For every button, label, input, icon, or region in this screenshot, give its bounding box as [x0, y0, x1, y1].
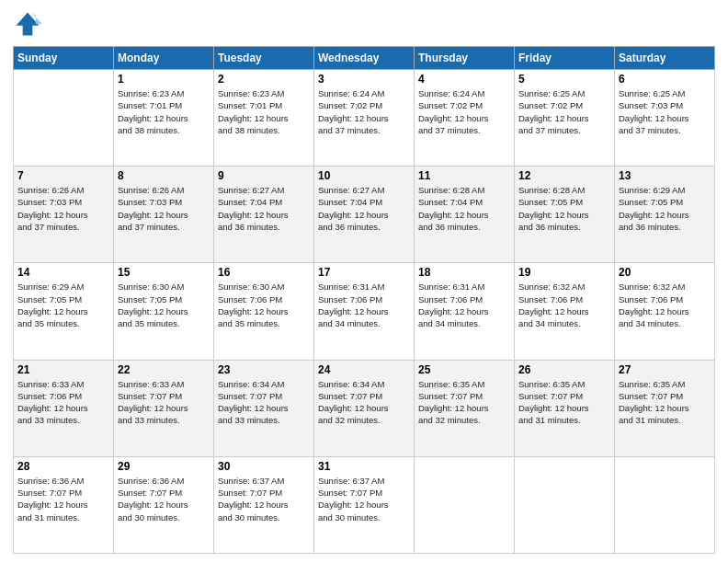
calendar-header-monday: Monday	[114, 47, 214, 70]
calendar-cell: 7Sunrise: 6:26 AMSunset: 7:03 PMDaylight…	[14, 167, 114, 263]
day-info: Sunrise: 6:29 AMSunset: 7:05 PMDaylight:…	[619, 184, 711, 233]
day-info: Sunrise: 6:31 AMSunset: 7:06 PMDaylight:…	[418, 281, 510, 329]
calendar-cell	[615, 456, 715, 553]
day-number: 4	[418, 73, 510, 86]
day-info: Sunrise: 6:34 AMSunset: 7:07 PMDaylight:…	[318, 378, 410, 427]
day-number: 14	[17, 266, 109, 279]
calendar-week-row: 21Sunrise: 6:33 AMSunset: 7:06 PMDayligh…	[14, 360, 715, 456]
day-number: 6	[619, 73, 711, 86]
calendar-cell: 28Sunrise: 6:36 AMSunset: 7:07 PMDayligh…	[14, 456, 114, 553]
calendar-cell: 15Sunrise: 6:30 AMSunset: 7:05 PMDayligh…	[114, 263, 214, 360]
day-number: 5	[518, 73, 610, 86]
day-number: 15	[118, 266, 210, 279]
calendar-header-thursday: Thursday	[415, 47, 515, 70]
day-info: Sunrise: 6:26 AMSunset: 7:03 PMDaylight:…	[17, 184, 109, 233]
day-info: Sunrise: 6:30 AMSunset: 7:06 PMDaylight:…	[218, 281, 310, 329]
calendar-cell	[14, 70, 114, 167]
calendar-header-tuesday: Tuesday	[214, 47, 314, 70]
logo-icon	[13, 9, 42, 39]
day-info: Sunrise: 6:24 AMSunset: 7:02 PMDaylight:…	[318, 87, 410, 136]
calendar-week-row: 7Sunrise: 6:26 AMSunset: 7:03 PMDaylight…	[14, 167, 715, 263]
calendar-cell: 8Sunrise: 6:26 AMSunset: 7:03 PMDaylight…	[114, 167, 214, 263]
calendar-cell: 22Sunrise: 6:33 AMSunset: 7:07 PMDayligh…	[114, 360, 214, 456]
calendar-cell: 30Sunrise: 6:37 AMSunset: 7:07 PMDayligh…	[214, 456, 314, 553]
day-info: Sunrise: 6:36 AMSunset: 7:07 PMDaylight:…	[118, 475, 210, 523]
day-info: Sunrise: 6:33 AMSunset: 7:07 PMDaylight:…	[118, 378, 210, 427]
calendar-cell: 31Sunrise: 6:37 AMSunset: 7:07 PMDayligh…	[314, 456, 415, 553]
calendar-cell: 9Sunrise: 6:27 AMSunset: 7:04 PMDaylight…	[214, 167, 314, 263]
calendar-cell: 12Sunrise: 6:28 AMSunset: 7:05 PMDayligh…	[515, 167, 615, 263]
page: SundayMondayTuesdayWednesdayThursdayFrid…	[0, 0, 728, 563]
day-number: 31	[318, 460, 410, 473]
day-number: 24	[318, 363, 410, 376]
day-number: 7	[17, 169, 109, 182]
calendar-cell	[415, 456, 515, 553]
calendar-cell: 24Sunrise: 6:34 AMSunset: 7:07 PMDayligh…	[314, 360, 415, 456]
day-info: Sunrise: 6:34 AMSunset: 7:07 PMDaylight:…	[218, 378, 310, 427]
day-number: 20	[619, 266, 711, 279]
header	[13, 9, 715, 39]
day-info: Sunrise: 6:36 AMSunset: 7:07 PMDaylight:…	[17, 475, 109, 523]
calendar-cell: 1Sunrise: 6:23 AMSunset: 7:01 PMDaylight…	[114, 70, 214, 167]
day-info: Sunrise: 6:33 AMSunset: 7:06 PMDaylight:…	[17, 378, 109, 427]
calendar-header-saturday: Saturday	[615, 47, 715, 70]
calendar-cell: 4Sunrise: 6:24 AMSunset: 7:02 PMDaylight…	[415, 70, 515, 167]
day-info: Sunrise: 6:23 AMSunset: 7:01 PMDaylight:…	[118, 87, 210, 136]
calendar-week-row: 14Sunrise: 6:29 AMSunset: 7:05 PMDayligh…	[14, 263, 715, 360]
day-number: 8	[118, 169, 210, 182]
calendar-cell: 14Sunrise: 6:29 AMSunset: 7:05 PMDayligh…	[14, 263, 114, 360]
day-info: Sunrise: 6:24 AMSunset: 7:02 PMDaylight:…	[418, 87, 510, 136]
day-number: 16	[218, 266, 310, 279]
calendar-header-wednesday: Wednesday	[314, 47, 415, 70]
calendar-table: SundayMondayTuesdayWednesdayThursdayFrid…	[13, 46, 715, 554]
day-number: 23	[218, 363, 310, 376]
calendar-cell: 10Sunrise: 6:27 AMSunset: 7:04 PMDayligh…	[314, 167, 415, 263]
calendar-cell: 13Sunrise: 6:29 AMSunset: 7:05 PMDayligh…	[615, 167, 715, 263]
day-number: 25	[418, 363, 510, 376]
calendar-cell: 29Sunrise: 6:36 AMSunset: 7:07 PMDayligh…	[114, 456, 214, 553]
calendar-cell: 11Sunrise: 6:28 AMSunset: 7:04 PMDayligh…	[415, 167, 515, 263]
day-number: 13	[619, 169, 711, 182]
day-number: 1	[118, 73, 210, 86]
calendar-header-row: SundayMondayTuesdayWednesdayThursdayFrid…	[14, 47, 715, 70]
calendar-cell: 18Sunrise: 6:31 AMSunset: 7:06 PMDayligh…	[415, 263, 515, 360]
calendar-cell: 16Sunrise: 6:30 AMSunset: 7:06 PMDayligh…	[214, 263, 314, 360]
calendar-cell: 25Sunrise: 6:35 AMSunset: 7:07 PMDayligh…	[415, 360, 515, 456]
day-number: 17	[318, 266, 410, 279]
day-number: 2	[218, 73, 310, 86]
day-info: Sunrise: 6:29 AMSunset: 7:05 PMDaylight:…	[17, 281, 109, 329]
calendar-cell: 17Sunrise: 6:31 AMSunset: 7:06 PMDayligh…	[314, 263, 415, 360]
day-number: 3	[318, 73, 410, 86]
day-number: 19	[518, 266, 610, 279]
day-number: 10	[318, 169, 410, 182]
logo	[13, 9, 46, 39]
day-number: 26	[518, 363, 610, 376]
day-number: 27	[619, 363, 711, 376]
day-info: Sunrise: 6:25 AMSunset: 7:02 PMDaylight:…	[518, 87, 610, 136]
day-number: 29	[118, 460, 210, 473]
day-info: Sunrise: 6:28 AMSunset: 7:04 PMDaylight:…	[418, 184, 510, 233]
calendar-header-friday: Friday	[515, 47, 615, 70]
day-info: Sunrise: 6:37 AMSunset: 7:07 PMDaylight:…	[318, 475, 410, 523]
day-number: 22	[118, 363, 210, 376]
day-info: Sunrise: 6:32 AMSunset: 7:06 PMDaylight:…	[518, 281, 610, 329]
day-info: Sunrise: 6:30 AMSunset: 7:05 PMDaylight:…	[118, 281, 210, 329]
calendar-week-row: 28Sunrise: 6:36 AMSunset: 7:07 PMDayligh…	[14, 456, 715, 553]
calendar-week-row: 1Sunrise: 6:23 AMSunset: 7:01 PMDaylight…	[14, 70, 715, 167]
day-number: 9	[218, 169, 310, 182]
day-number: 28	[17, 460, 109, 473]
day-info: Sunrise: 6:32 AMSunset: 7:06 PMDaylight:…	[619, 281, 711, 329]
day-number: 21	[17, 363, 109, 376]
day-info: Sunrise: 6:31 AMSunset: 7:06 PMDaylight:…	[318, 281, 410, 329]
day-info: Sunrise: 6:37 AMSunset: 7:07 PMDaylight:…	[218, 475, 310, 523]
day-info: Sunrise: 6:27 AMSunset: 7:04 PMDaylight:…	[318, 184, 410, 233]
day-number: 12	[518, 169, 610, 182]
day-info: Sunrise: 6:27 AMSunset: 7:04 PMDaylight:…	[218, 184, 310, 233]
day-number: 11	[418, 169, 510, 182]
day-info: Sunrise: 6:25 AMSunset: 7:03 PMDaylight:…	[619, 87, 711, 136]
day-info: Sunrise: 6:28 AMSunset: 7:05 PMDaylight:…	[518, 184, 610, 233]
calendar-cell: 27Sunrise: 6:35 AMSunset: 7:07 PMDayligh…	[615, 360, 715, 456]
day-info: Sunrise: 6:35 AMSunset: 7:07 PMDaylight:…	[418, 378, 510, 427]
calendar-cell: 2Sunrise: 6:23 AMSunset: 7:01 PMDaylight…	[214, 70, 314, 167]
day-info: Sunrise: 6:26 AMSunset: 7:03 PMDaylight:…	[118, 184, 210, 233]
